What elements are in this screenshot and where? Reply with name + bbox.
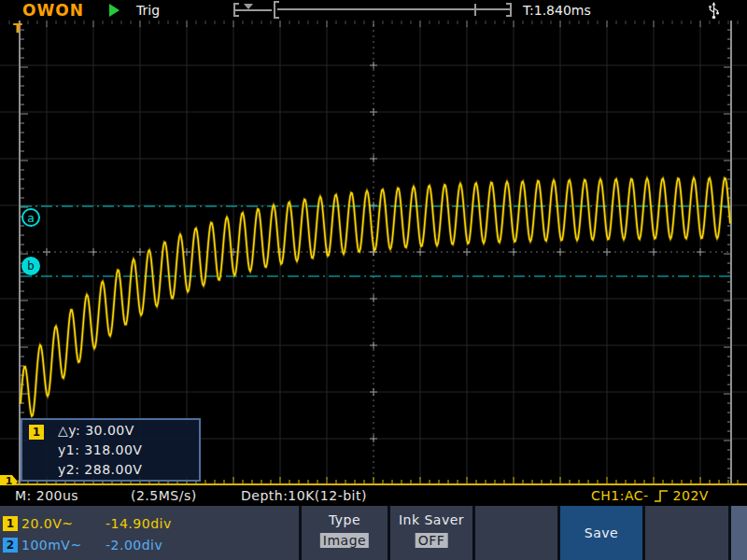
cursor-measurement-box: 1 △y: 30.00V y1: 318.00V y2: 288.00V: [21, 418, 201, 482]
delta-y-readout: △y: 30.00V: [58, 423, 134, 438]
owon-logo: OWON: [22, 1, 84, 20]
ch1-position-readout: -14.90div: [106, 516, 172, 531]
y1-readout: y1: 318.00V: [58, 442, 142, 457]
status-bar: M: 200us (2.5MS/s) Depth:10K(12-bit) CH1…: [0, 485, 747, 506]
save-label: Save: [560, 506, 642, 560]
ch1-badge: 1: [29, 425, 44, 440]
trigger-source-label: CH1:AC-: [591, 488, 649, 503]
save-button[interactable]: Save: [560, 506, 642, 560]
top-bar: OWON Trig T:1.840ms: [0, 0, 747, 21]
type-value: Image: [320, 533, 369, 548]
hpos-line: [476, 8, 510, 10]
menu-right-strip: [731, 506, 747, 560]
trigger-time-readout: T:1.840ms: [523, 3, 591, 18]
waveform-display-area: T a b 1 1 △y: 30.00V y1: 318.00V y2: 288…: [0, 21, 747, 485]
menu-item-ink-saver[interactable]: Ink Saver OFF: [390, 506, 472, 560]
hpos-right-bracket: [506, 3, 512, 17]
trigger-status-readout: CH1:AC- 202V: [591, 485, 709, 506]
menu-item-type[interactable]: Type Image: [302, 506, 388, 560]
memory-depth-readout: Depth:10K(12-bit): [241, 488, 367, 503]
sample-rate-readout: (2.5MS/s): [131, 488, 197, 503]
trigger-position-triangle-icon: [244, 4, 253, 9]
menu-item-blank: [645, 506, 728, 560]
type-label: Type: [302, 512, 388, 527]
menu-bar: 1 20.0V~ -14.90div 2 100mV~ -2.00div Typ…: [0, 506, 747, 560]
y2-readout: y2: 288.00V: [58, 462, 142, 477]
ch2-badge: 2: [3, 538, 18, 553]
ink-saver-value: OFF: [416, 533, 448, 548]
cursor-a-handle[interactable]: a: [21, 208, 40, 227]
menu-item-blank: [475, 506, 557, 560]
ch1-badge: 1: [3, 516, 18, 531]
usb-icon: [707, 2, 721, 20]
grid-and-waveform-canvas: [0, 21, 747, 485]
cursor-b-handle[interactable]: b: [21, 257, 40, 275]
oscilloscope-screen: OWON Trig T:1.840ms T: [0, 0, 747, 560]
ch1-scale-readout: 20.0V~: [21, 516, 73, 531]
channel-info-panel: 1 20.0V~ -14.90div 2 100mV~ -2.00div: [0, 506, 299, 560]
ch2-scale-readout: 100mV~: [21, 538, 82, 553]
ch2-position-readout: -2.00div: [106, 538, 162, 553]
rising-edge-icon: [654, 489, 669, 503]
trigger-horizontal-marker[interactable]: T: [13, 21, 22, 35]
trigger-level-readout: 202V: [673, 488, 709, 503]
horizontal-position-indicator[interactable]: [232, 0, 517, 21]
timebase-readout: M: 200us: [15, 488, 78, 503]
run-state-icon: [109, 4, 120, 17]
ink-saver-label: Ink Saver: [390, 512, 472, 527]
hpos-line: [235, 9, 272, 11]
hpos-line: [277, 8, 474, 10]
trig-status-label: Trig: [136, 3, 160, 18]
